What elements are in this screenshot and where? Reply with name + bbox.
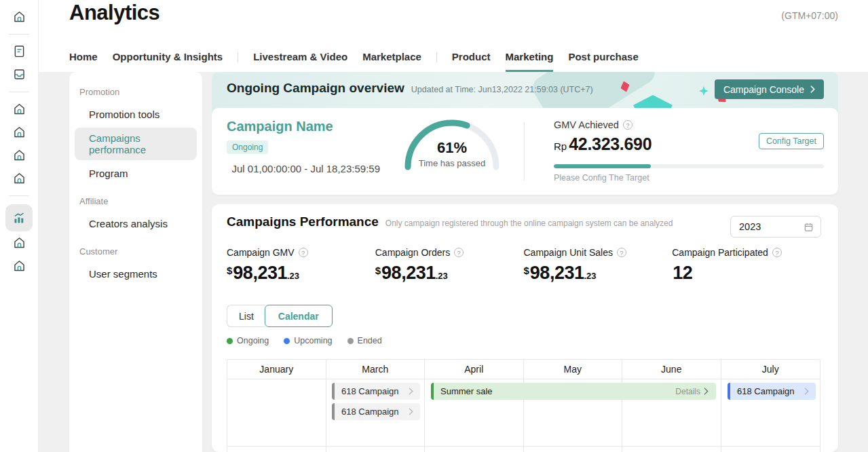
calendar-cell: [227, 379, 326, 447]
content-region: Promotion Promotion tools Campaigns perf…: [39, 72, 868, 452]
metric-label: Campaign GMV: [227, 247, 295, 258]
event-details-link[interactable]: Details: [675, 387, 709, 396]
tab-marketplace[interactable]: Marketplace: [362, 51, 421, 72]
sidebar-item-creators-analysis[interactable]: Creators analysis: [75, 213, 197, 234]
rail-divider: [9, 195, 29, 196]
gmv-progress-bar: [554, 164, 824, 168]
campaign-console-button[interactable]: Campaign Console: [715, 79, 824, 99]
chevron-right-icon: [704, 388, 709, 395]
timezone-label: (GTM+07:00): [781, 10, 838, 21]
tab-group-divider: [436, 52, 437, 62]
rail-divider: [9, 92, 29, 92]
home-icon[interactable]: [5, 147, 33, 163]
home-icon[interactable]: [5, 234, 33, 250]
gauge-caption: Time has passed: [380, 158, 524, 168]
legend-label: Ended: [358, 336, 382, 345]
campaign-console-label: Campaign Console: [723, 84, 804, 95]
campaign-event-618-ended[interactable]: 618 Campaign: [332, 403, 420, 420]
legend-upcoming: Upcoming: [284, 336, 332, 345]
legend-label: Ongoing: [237, 336, 269, 345]
clock-icon: [227, 164, 227, 174]
metric-prefix: $: [375, 265, 381, 276]
sidebar-section-label: Affiliate: [69, 196, 202, 213]
sidebar-item-promotion-tools[interactable]: Promotion tools: [75, 104, 197, 125]
event-label: 618 Campaign: [728, 386, 795, 396]
ended-dot: [347, 338, 354, 344]
home-icon[interactable]: [5, 100, 33, 117]
campaign-date-range: Jul 01,00:00:00 - Jul 18,23:59:59: [232, 163, 381, 174]
sidebar-item-campaigns-performance[interactable]: Campaigns performance: [75, 128, 197, 160]
sidebar-item-user-segments[interactable]: User segments: [75, 263, 197, 284]
campaign-summary-card: Campaign Name Ongoing Jul 01,00:00:00 - …: [212, 108, 838, 195]
tab-product[interactable]: Product: [452, 51, 491, 72]
bar-chart-icon[interactable]: [5, 204, 33, 231]
metric-value: 98,231: [233, 263, 287, 283]
gmv-label: GMV Achieved: [554, 119, 619, 130]
home-icon[interactable]: [5, 170, 33, 186]
calendar-cell: [326, 447, 426, 452]
calendar-cell: [227, 447, 326, 452]
sidebar-section-label: Promotion: [69, 87, 202, 104]
sidebar-item-program[interactable]: Program: [75, 163, 197, 184]
ongoing-campaign-overview: Ongoing Campaign overview Updated at Tim…: [212, 72, 838, 195]
calendar-view-button[interactable]: Calendar: [265, 305, 333, 327]
campaign-name-link[interactable]: Campaign Name: [227, 119, 380, 134]
calendar-icon: [804, 222, 814, 232]
campaign-event-618-ended[interactable]: 618 Campaign: [332, 383, 420, 400]
calendar-cell: [425, 447, 524, 452]
year-selector[interactable]: 2023: [730, 216, 821, 238]
tab-group-divider: [238, 52, 238, 62]
view-toggle: List Calendar: [227, 305, 333, 327]
tab-opportunity-insights[interactable]: Opportunity & Insights: [113, 51, 223, 72]
metric-value: 12: [673, 263, 692, 283]
clipboard-icon[interactable]: [5, 43, 33, 59]
campaigns-performance-card: Campaigns Performance Only campaign regi…: [212, 204, 838, 452]
details-label: Details: [675, 387, 700, 396]
event-label: Summer sale: [431, 386, 493, 396]
help-icon[interactable]: [617, 248, 626, 257]
metric-campaign-participated: Campaign Participated 12: [672, 247, 820, 284]
chevron-right-icon: [409, 388, 413, 395]
page-header: Analytics (GTM+07:00) Home Opportunity &…: [39, 0, 868, 72]
performance-subtitle: Only campaign registered through the onl…: [385, 219, 673, 228]
home-icon[interactable]: [5, 8, 33, 24]
overview-updated-at: Updated at Time: Jun13,2022 21:59:03 (UT…: [411, 85, 593, 94]
chevron-right-icon: [810, 86, 815, 93]
month-header: July: [721, 360, 820, 379]
help-icon[interactable]: [772, 248, 782, 257]
campaign-calendar: January March April May June July: [227, 359, 820, 452]
gmv-value: 42.323.690: [569, 134, 652, 153]
year-selector-value: 2023: [739, 221, 761, 232]
inbox-icon[interactable]: [5, 66, 33, 82]
calendar-cell: [622, 447, 721, 452]
config-target-button[interactable]: Config Target: [759, 133, 824, 149]
metric-label: Campaign Unit Sales: [524, 247, 614, 258]
home-icon[interactable]: [5, 124, 33, 140]
calendar-cell: [721, 447, 820, 452]
metric-campaign-orders: Campaign Orders $98,231.23: [375, 247, 524, 284]
month-header: June: [622, 360, 721, 379]
gmv-currency: Rp: [554, 140, 567, 152]
metric-prefix: $: [524, 265, 529, 276]
tab-livestream-video[interactable]: Livestream & Video: [253, 51, 347, 72]
gauge-percent-value: 61%: [380, 139, 524, 157]
chevron-right-icon: [409, 408, 413, 415]
home-icon[interactable]: [5, 257, 33, 274]
sidebar-section-affiliate: Affiliate Creators analysis: [69, 187, 202, 234]
campaign-event-618-upcoming[interactable]: 618 Campaign: [728, 383, 816, 400]
calendar-body-row: 618 Campaign 618 Campaign Summer sale De…: [227, 379, 820, 447]
metric-label: Campaign Participated: [672, 247, 768, 258]
sidebar-section-promotion: Promotion Promotion tools Campaigns perf…: [69, 77, 202, 184]
help-icon[interactable]: [454, 248, 464, 257]
metric-value: 98,231: [381, 263, 436, 283]
metric-decimals: .23: [436, 271, 448, 281]
metric-campaign-unit-sales: Campaign Unit Sales $98,231.23: [524, 247, 673, 284]
metric-decimals: .23: [584, 271, 596, 281]
help-icon[interactable]: [299, 248, 308, 257]
tab-post-purchase[interactable]: Post purchase: [568, 51, 638, 72]
tab-home[interactable]: Home: [69, 51, 98, 72]
tab-marketing[interactable]: Marketing: [506, 51, 554, 72]
campaign-event-summer-sale[interactable]: Summer sale Details: [431, 383, 716, 400]
list-view-button[interactable]: List: [227, 305, 265, 327]
help-icon[interactable]: [623, 120, 633, 130]
